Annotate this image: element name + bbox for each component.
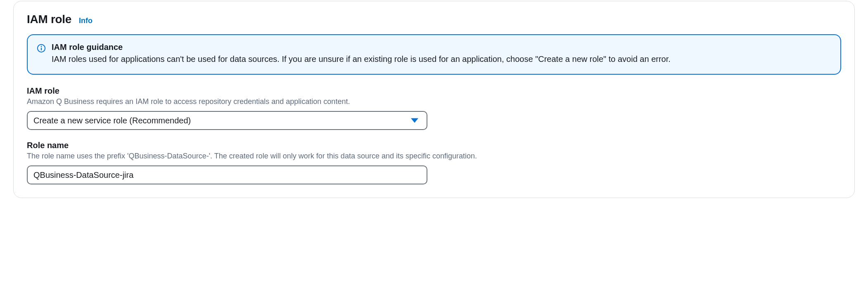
info-link[interactable]: Info — [79, 17, 92, 25]
alert-title: IAM role guidance — [52, 42, 831, 52]
role-name-hint: The role name uses the prefix 'QBusiness… — [27, 151, 841, 161]
svg-rect-1 — [41, 47, 42, 50]
alert-body: IAM roles used for applications can't be… — [52, 53, 831, 66]
panel-title: IAM role — [27, 13, 71, 26]
role-name-label: Role name — [27, 141, 841, 150]
iam-role-select-wrapper: Create a new service role (Recommended) — [27, 111, 427, 130]
iam-role-field: IAM role Amazon Q Business requires an I… — [27, 86, 841, 130]
svg-point-2 — [41, 46, 42, 47]
info-icon — [37, 44, 46, 53]
iam-role-panel: IAM role Info IAM role guidance IAM role… — [13, 1, 855, 198]
alert-content: IAM role guidance IAM roles used for app… — [52, 42, 831, 66]
panel-header: IAM role Info — [27, 13, 841, 26]
role-name-input[interactable] — [27, 165, 427, 184]
iam-role-hint: Amazon Q Business requires an IAM role t… — [27, 97, 841, 107]
iam-role-select[interactable]: Create a new service role (Recommended) — [27, 111, 427, 130]
iam-role-label: IAM role — [27, 86, 841, 96]
role-name-field: Role name The role name uses the prefix … — [27, 141, 841, 184]
guidance-alert: IAM role guidance IAM roles used for app… — [27, 34, 841, 75]
